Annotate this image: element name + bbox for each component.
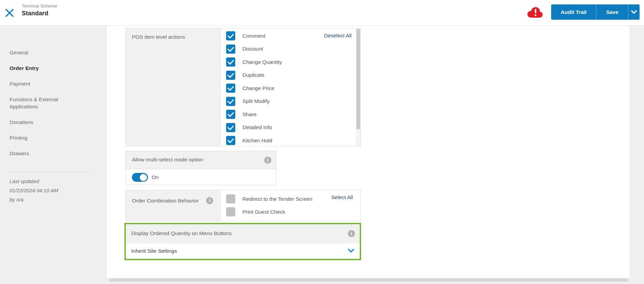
info-icon[interactable] — [348, 230, 355, 237]
pos-action-row-change-quantity[interactable]: Change Quantity — [226, 57, 282, 67]
pos-action-list: Comment Discount Change Quantity Duplica… — [226, 31, 282, 149]
pos-item-level-actions-box: POS item level actions Deselect All Comm… — [125, 28, 361, 146]
sidebar-nav: General Order Entry Payment Functions & … — [0, 25, 106, 284]
multi-select-toggle-on[interactable] — [132, 173, 148, 182]
sidebar-item-functions-external-applications[interactable]: Functions & External Applications — [10, 96, 86, 110]
dropdown-chevron-down-icon[interactable] — [348, 248, 354, 254]
sidebar-item-order-entry[interactable]: Order Entry — [10, 65, 86, 72]
checkbox-checked-icon[interactable] — [226, 71, 235, 80]
checkbox-label: Print Guest Check — [242, 209, 285, 215]
checkbox-label: Comment — [242, 33, 265, 39]
sidebar-divider — [10, 172, 91, 172]
checkbox-checked-icon[interactable] — [226, 31, 235, 40]
header-bar: Terminal Scheme Standard Audit Trail Sav… — [0, 0, 644, 25]
checkbox-label: Share — [242, 111, 256, 118]
settings-content-panel: POS item level actions Deselect All Comm… — [106, 25, 629, 278]
checkbox-label: Split Modify — [242, 98, 270, 104]
multi-select-header-row: Allow multi-select mode option — [126, 151, 276, 169]
checkbox-label: Change Quantity — [242, 59, 282, 65]
order-combination-list: Redirect to the Tender Screen Print Gues… — [226, 194, 312, 220]
last-updated-date: 01/22/2024 04:10 AM — [10, 186, 106, 195]
close-icon — [5, 8, 14, 18]
checkbox-checked-icon[interactable] — [226, 84, 235, 93]
display-ordered-quantity-header: Display Ordered Quantity on Menu Buttons — [126, 224, 360, 243]
pos-action-row-share[interactable]: Share — [226, 110, 282, 119]
multi-select-label: Allow multi-select mode option — [132, 157, 203, 163]
deselect-all-link[interactable]: Deselect All — [324, 33, 352, 39]
last-updated-block: Last updated 01/22/2024 04:10 AM by n/a — [10, 177, 106, 204]
select-all-link[interactable]: Select All — [331, 194, 353, 200]
horizontal-scrollbar-track[interactable] — [106, 278, 629, 282]
list-scrollbar-track[interactable] — [356, 28, 360, 146]
last-updated-by: by n/a — [10, 195, 106, 204]
sidebar-item-donations[interactable]: Donations — [10, 119, 86, 126]
display-ordered-quantity-dropdown-value[interactable]: Inherit Site Settings — [131, 248, 177, 254]
display-ordered-quantity-box-highlighted: Display Ordered Quantity on Menu Buttons… — [124, 223, 361, 260]
checkbox-label: Detailed Info — [242, 124, 272, 130]
sidebar-item-payment[interactable]: Payment — [10, 80, 86, 87]
list-scrollbar-thumb[interactable] — [356, 29, 360, 129]
checkbox-label: Duplicate — [242, 72, 265, 78]
save-dropdown-button[interactable] — [628, 4, 640, 20]
checkbox-unchecked-icon[interactable] — [226, 194, 235, 203]
pos-action-row-kitchen-hold[interactable]: Kitchen Hold — [226, 136, 282, 145]
sidebar-item-drawers[interactable]: Drawers — [10, 150, 86, 157]
audit-trail-button[interactable]: Audit Trail — [551, 4, 596, 20]
sidebar-item-general[interactable]: General — [10, 49, 86, 56]
checkbox-checked-icon[interactable] — [226, 123, 235, 132]
scheme-type-label: Terminal Scheme — [22, 3, 57, 8]
header-button-group: Audit Trail Save — [551, 4, 640, 20]
order-combination-behavior-box: Order Combination Behavior Select All Re… — [125, 190, 361, 221]
checkbox-checked-icon[interactable] — [226, 97, 235, 106]
toggle-state-label: On — [152, 174, 159, 180]
order-combination-label-column: Order Combination Behavior — [126, 190, 221, 221]
last-updated-label: Last updated — [10, 177, 106, 186]
sidebar-item-printing[interactable]: Printing — [10, 134, 86, 141]
checkbox-unchecked-icon[interactable] — [226, 207, 235, 216]
display-ordered-quantity-label: Display Ordered Quantity on Menu Buttons — [131, 230, 232, 236]
checkbox-label: Change Price — [242, 85, 274, 91]
checkbox-checked-icon[interactable] — [226, 110, 235, 119]
pos-action-row-detailed-info[interactable]: Detailed Info — [226, 123, 282, 132]
info-icon[interactable] — [206, 197, 213, 204]
multi-select-mode-box: Allow multi-select mode option On — [125, 151, 276, 185]
pos-item-actions-label-column: POS item level actions — [126, 28, 221, 146]
horizontal-scrollbar-thumb[interactable] — [109, 278, 628, 282]
pos-action-row-discount[interactable]: Discount — [226, 45, 282, 54]
checkbox-checked-icon[interactable] — [226, 136, 235, 145]
page-title: Standard — [22, 10, 48, 17]
checkbox-checked-icon[interactable] — [226, 45, 235, 54]
pos-item-actions-label: POS item level actions — [132, 34, 185, 40]
checkbox-checked-icon[interactable] — [226, 57, 235, 67]
checkbox-label: Discount — [242, 46, 263, 52]
checkbox-label: Redirect to the Tender Screen — [242, 196, 312, 202]
save-button[interactable]: Save — [596, 4, 628, 20]
pos-action-row-comment[interactable]: Comment — [226, 31, 282, 40]
close-button[interactable] — [5, 8, 15, 18]
checkbox-label: Kitchen Hold — [242, 138, 272, 144]
pos-action-row-change-price[interactable]: Change Price — [226, 84, 282, 93]
order-combination-label: Order Combination Behavior — [132, 198, 203, 204]
oc-row-redirect-tender[interactable]: Redirect to the Tender Screen — [226, 194, 312, 203]
pos-action-row-split-modify[interactable]: Split Modify — [226, 97, 282, 106]
pos-action-row-duplicate[interactable]: Duplicate — [226, 71, 282, 80]
info-icon[interactable] — [264, 157, 271, 164]
oc-row-print-guest-check[interactable]: Print Guest Check — [226, 207, 312, 216]
chevron-down-icon — [631, 10, 637, 14]
error-cloud-icon[interactable] — [525, 6, 544, 19]
